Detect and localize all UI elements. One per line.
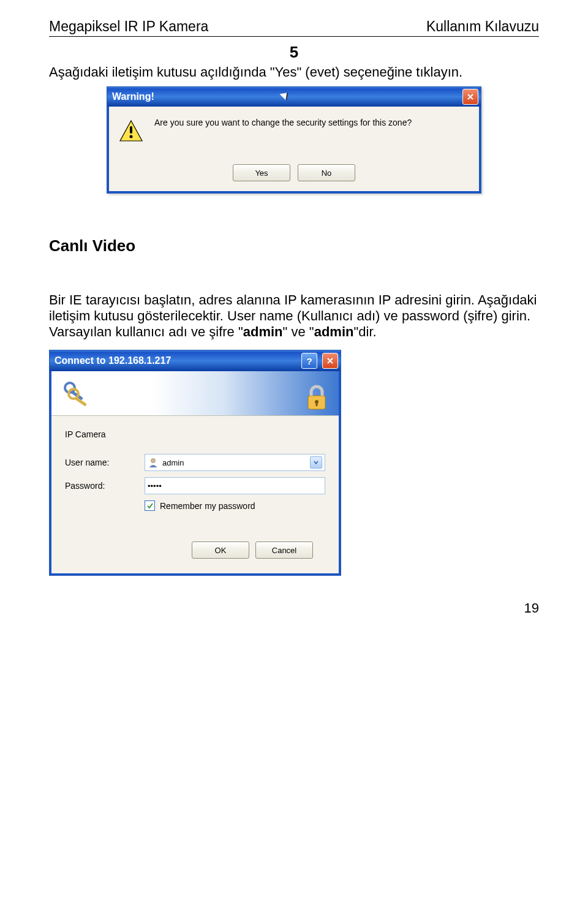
close-icon[interactable] (462, 89, 478, 105)
warning-body: Are you sure you want to change the secu… (107, 107, 481, 193)
header-left: Megapiksel IR IP Kamera (49, 18, 208, 35)
yes-button[interactable]: Yes (233, 164, 290, 181)
close-icon[interactable] (322, 353, 338, 369)
username-input[interactable]: admin (145, 454, 325, 471)
body-paragraph: Bir IE tarayıcısı başlatın, adres alanın… (49, 292, 539, 340)
username-value: admin (162, 458, 184, 467)
step-number: 5 (49, 43, 539, 62)
page-header: Megapiksel IR IP Kamera Kullanım Kılavuz… (49, 18, 539, 37)
help-icon[interactable]: ? (301, 353, 317, 369)
cursor-icon (281, 89, 292, 104)
svg-point-10 (151, 459, 156, 463)
warning-titlebar: Warning! (107, 87, 481, 107)
connect-titlebar: Connect to 192.168.1.217 ? (50, 350, 341, 371)
connect-dialog: Connect to 192.168.1.217 ? IP Camera (49, 350, 341, 576)
keys-icon (62, 379, 91, 407)
username-label: User name: (65, 458, 145, 467)
connect-title: Connect to 192.168.1.217 (55, 355, 301, 366)
warning-dialog: Warning! Are you sure you want to change… (107, 86, 481, 194)
connect-banner (51, 371, 339, 416)
warning-title: Warning! (112, 91, 281, 102)
svg-rect-9 (316, 402, 318, 406)
page-number: 19 (49, 600, 539, 616)
password-label: Password: (65, 481, 145, 491)
warning-triangle-icon (119, 119, 143, 143)
password-input[interactable]: ••••• (145, 477, 325, 494)
svg-rect-1 (130, 126, 132, 134)
realm-label: IP Camera (65, 429, 325, 439)
ok-button[interactable]: OK (192, 541, 249, 559)
svg-point-2 (130, 135, 133, 138)
connect-body: IP Camera User name: admin Password: (50, 371, 341, 575)
password-value: ••••• (148, 481, 162, 491)
header-right: Kullanım Kılavuzu (426, 18, 539, 35)
no-button[interactable]: No (298, 164, 355, 181)
remember-label: Remember my password (160, 501, 255, 511)
remember-row[interactable]: Remember my password (145, 500, 325, 511)
remember-checkbox[interactable] (145, 500, 155, 511)
intro-text: Aşağıdaki iletişim kutusu açıldığında "Y… (49, 64, 539, 80)
person-icon (148, 457, 159, 468)
cancel-button[interactable]: Cancel (255, 541, 313, 559)
section-title: Canlı Video (49, 236, 539, 255)
warning-message: Are you sure you want to change the secu… (154, 118, 412, 127)
chevron-down-icon[interactable] (310, 456, 322, 469)
lock-icon (302, 382, 331, 412)
